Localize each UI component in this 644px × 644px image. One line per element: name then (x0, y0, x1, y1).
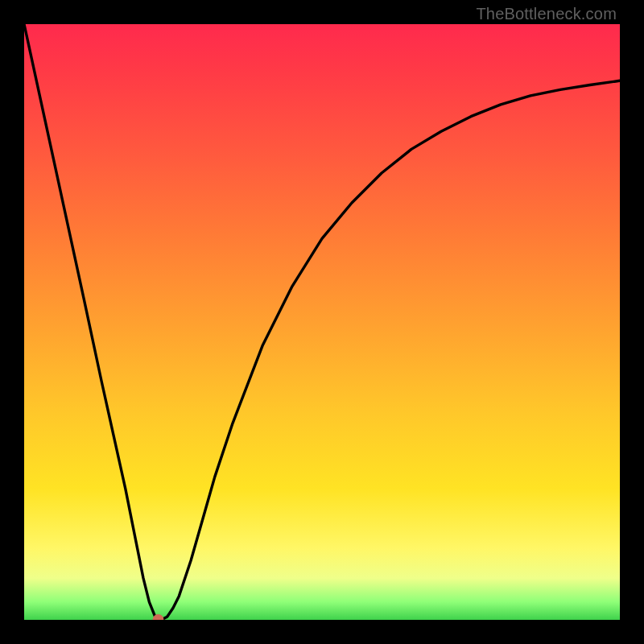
watermark-text: TheBottleneck.com (476, 5, 617, 23)
chart-frame: TheBottleneck.com (0, 0, 644, 644)
chart-plot-area (24, 24, 620, 620)
